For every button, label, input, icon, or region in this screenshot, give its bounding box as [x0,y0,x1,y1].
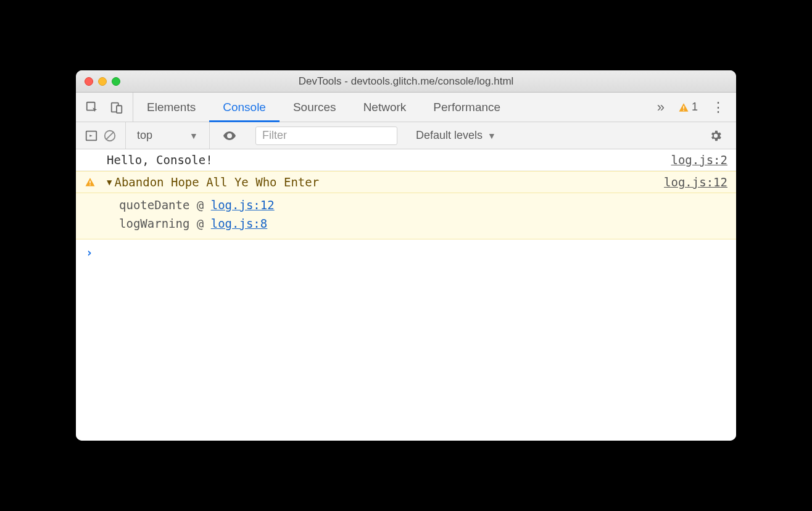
svg-rect-9 [89,181,91,184]
sidebar-toggle-group [76,122,126,149]
settings-menu-icon[interactable]: ⋮ [705,99,731,115]
console-toolbar: top ▼ Default levels ▼ [76,122,736,149]
stack-source-link[interactable]: log.js:12 [211,198,275,212]
chevron-down-icon: ▼ [189,131,198,141]
source-link[interactable]: log.js:12 [664,175,727,189]
svg-line-7 [106,131,114,139]
svg-rect-4 [683,109,684,110]
filter-group [249,122,404,149]
tab-sources[interactable]: Sources [280,93,350,122]
console-sidebar-toggle-icon[interactable] [82,129,101,143]
tab-label: Network [363,101,407,114]
devtools-window: DevTools - devtools.glitch.me/console/lo… [76,70,736,441]
stack-at: @ [197,198,211,212]
stack-at: @ [197,217,211,230]
console-settings-group [695,122,736,149]
more-tabs-icon[interactable]: » [651,99,671,115]
tab-label: Sources [293,101,336,114]
warnings-count: 1 [692,101,698,114]
titlebar: DevTools - devtools.glitch.me/console/lo… [76,70,736,93]
log-message: Hello, Console! [107,153,671,167]
warning-row: ▼Abandon Hope All Ye Who Enter log.js:12 [76,171,736,193]
log-levels-label: Default levels [416,129,483,142]
warning-icon [678,102,689,113]
log-levels-selector[interactable]: Default levels ▼ [410,129,502,142]
live-expression-icon[interactable] [216,128,243,143]
prompt-icon: › [86,246,93,259]
minimize-window-button[interactable] [98,77,107,86]
execution-context-value: top [137,129,152,142]
svg-rect-10 [89,185,91,186]
tab-list: Elements Console Sources Network Perform… [133,93,646,122]
stack-source-link[interactable]: log.js:8 [211,217,268,230]
gear-icon[interactable] [702,129,730,143]
stack-trace: quoteDante @ log.js:12 logWarning @ log.… [76,193,736,239]
levels-group: Default levels ▼ [404,122,508,149]
tabs-right-group: » 1 ⋮ [646,93,736,122]
stack-function: quoteDante [119,198,197,212]
live-expression-group [210,122,249,149]
console-prompt[interactable]: › [76,239,736,265]
tab-label: Console [223,101,266,114]
tab-performance[interactable]: Performance [420,93,514,122]
device-toggle-icon[interactable] [104,101,129,114]
stack-frame: quoteDante @ log.js:12 [119,196,727,214]
stack-frame: logWarning @ log.js:8 [119,214,727,233]
tab-label: Elements [147,101,196,114]
disclosure-triangle-icon[interactable]: ▼ [107,177,112,187]
devtools-tabs-row: Elements Console Sources Network Perform… [76,93,736,122]
zoom-window-button[interactable] [112,77,120,86]
log-row: Hello, Console! log.js:2 [76,149,736,171]
source-link[interactable]: log.js:2 [671,153,727,167]
chevron-down-icon: ▼ [487,131,496,141]
warning-icon [85,177,96,188]
close-window-button[interactable] [85,77,93,86]
window-title: DevTools - devtools.glitch.me/console/lo… [76,75,736,88]
svg-rect-3 [683,106,684,109]
row-gutter [85,175,107,188]
inspect-tools-group [76,93,133,122]
context-selector-group: top ▼ [126,122,210,149]
window-controls [76,77,120,86]
tab-label: Performance [433,101,500,114]
clear-console-icon[interactable] [101,129,119,143]
filter-input[interactable] [255,127,397,145]
tab-elements[interactable]: Elements [133,93,209,122]
warning-message: ▼Abandon Hope All Ye Who Enter [107,175,664,189]
svg-point-8 [228,135,231,137]
console-output: Hello, Console! log.js:2 ▼Abandon Hope A… [76,149,736,441]
warnings-badge[interactable]: 1 [674,101,702,114]
warning-text: Abandon Hope All Ye Who Enter [114,175,319,189]
svg-rect-2 [117,106,122,113]
stack-function: logWarning [119,217,197,230]
execution-context-selector[interactable]: top ▼ [132,129,203,142]
inspect-element-icon[interactable] [80,101,104,114]
tab-console[interactable]: Console [209,93,280,122]
tab-network[interactable]: Network [350,93,420,122]
